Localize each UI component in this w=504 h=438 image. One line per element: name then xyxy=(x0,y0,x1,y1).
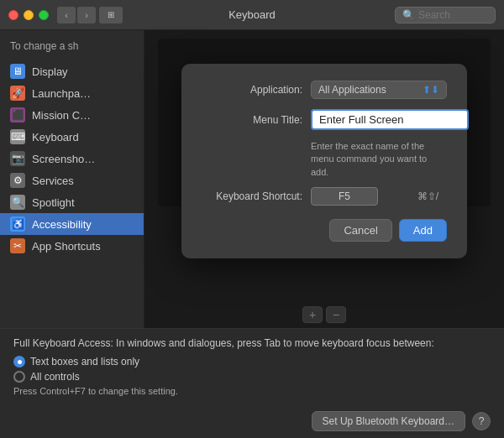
add-shortcut-modal: Application: All Applications ⬆⬇ Menu Ti… xyxy=(181,64,467,258)
services-icon: ⚙ xyxy=(10,173,25,188)
sidebar-item-accessibility[interactable]: ♿ Accessibility xyxy=(0,213,144,235)
sidebar-label-spotlight: Spotlight xyxy=(32,196,75,209)
help-button[interactable]: ? xyxy=(472,412,491,430)
sidebar-label-mission: Mission C… xyxy=(32,109,91,122)
spotlight-icon: 🔍 xyxy=(10,195,25,210)
appshortcuts-icon: ✂ xyxy=(10,238,25,253)
search-bar[interactable]: 🔍 xyxy=(395,7,496,23)
keyboard-shortcut-row: Keyboard Shortcut: ⌘⇧/ xyxy=(202,187,447,206)
cancel-button[interactable]: Cancel xyxy=(329,219,391,242)
sidebar-item-spotlight[interactable]: 🔍 Spotlight xyxy=(0,191,144,213)
keyboard-shortcut-label: Keyboard Shortcut: xyxy=(202,190,302,202)
radio-all-controls[interactable]: All controls xyxy=(13,371,491,383)
titlebar: ‹ › ⊞ Keyboard 🔍 xyxy=(0,0,504,30)
radio-text-only-icon xyxy=(13,356,25,368)
launchpad-icon: 🚀 xyxy=(10,86,25,101)
menu-title-hint: Enter the exact name of the menu command… xyxy=(311,140,447,179)
radio-all-controls-label: All controls xyxy=(30,371,80,383)
grid-button[interactable]: ⊞ xyxy=(99,7,123,23)
sidebar-item-launchpad[interactable]: 🚀 Launchpa… xyxy=(0,82,144,104)
application-value: All Applications xyxy=(318,84,386,96)
forward-button[interactable]: › xyxy=(77,7,96,23)
add-button[interactable]: Add xyxy=(399,219,447,242)
maximize-button[interactable] xyxy=(39,10,49,20)
sidebar-label-accessibility: Accessibility xyxy=(32,218,92,231)
close-button[interactable] xyxy=(8,10,18,20)
application-select[interactable]: All Applications ⬆⬇ xyxy=(311,81,447,99)
keyboard-icon: ⌨ xyxy=(10,129,25,144)
modal-buttons: Cancel Add xyxy=(202,219,447,242)
sidebar-item-mission[interactable]: ⬛ Mission C… xyxy=(0,104,144,126)
sidebar-item-keyboard[interactable]: ⌨ Keyboard xyxy=(0,126,144,148)
sidebar-label-services: Services xyxy=(32,175,74,187)
bottom-section: Full Keyboard Access: In windows and dia… xyxy=(0,328,504,404)
traffic-lights xyxy=(8,10,49,20)
sidebar-label-launchpad: Launchpa… xyxy=(32,87,91,100)
sidebar-item-display[interactable]: 🖥 Display xyxy=(0,60,144,82)
back-button[interactable]: ‹ xyxy=(57,7,76,23)
full-keyboard-label: Full Keyboard Access: In windows and dia… xyxy=(13,337,491,349)
content-area: To change a sh 🖥 Display 🚀 Launchpa… ⬛ M… xyxy=(0,30,504,328)
radio-text-only-label: Text boxes and lists only xyxy=(30,356,139,368)
sidebar-hint: To change a sh xyxy=(0,40,144,60)
application-row: Application: All Applications ⬆⬇ xyxy=(202,81,447,99)
display-icon: 🖥 xyxy=(10,64,25,79)
window-title: Keyboard xyxy=(228,8,276,21)
radio-all-controls-icon xyxy=(13,371,25,383)
sidebar-label-screenshot: Screensho… xyxy=(32,153,95,165)
radio-text-only[interactable]: Text boxes and lists only xyxy=(13,356,491,368)
sidebar-label-appshortcuts: App Shortcuts xyxy=(32,240,101,253)
sidebar-label-keyboard: Keyboard xyxy=(32,131,79,143)
search-input[interactable] xyxy=(418,9,494,21)
shortcut-symbol: ⌘⇧/ xyxy=(417,190,438,202)
menu-title-label: Menu Title: xyxy=(202,114,302,126)
menu-title-input[interactable] xyxy=(311,109,469,130)
sidebar-item-appshortcuts[interactable]: ✂ App Shortcuts xyxy=(0,235,144,257)
main-content: To change a sh 🖥 Display 🚀 Launchpa… ⬛ M… xyxy=(0,30,504,438)
search-icon: 🔍 xyxy=(402,9,415,21)
footer: Set Up Bluetooth Keyboard… ? xyxy=(0,404,504,438)
menu-title-row: Menu Title: xyxy=(202,109,447,130)
bluetooth-button[interactable]: Set Up Bluetooth Keyboard… xyxy=(312,411,465,431)
mission-icon: ⬛ xyxy=(10,107,25,123)
accessibility-icon: ♿ xyxy=(10,216,25,232)
screenshot-icon: 📷 xyxy=(10,151,25,166)
nav-arrows: ‹ › xyxy=(57,7,96,23)
shortcut-input[interactable] xyxy=(311,187,378,206)
sidebar-item-services[interactable]: ⚙ Services xyxy=(0,169,144,191)
minimize-button[interactable] xyxy=(24,10,34,20)
sidebar: To change a sh 🖥 Display 🚀 Launchpa… ⬛ M… xyxy=(0,30,144,328)
sidebar-item-screenshot[interactable]: 📷 Screensho… xyxy=(0,148,144,169)
sidebar-label-display: Display xyxy=(32,65,68,78)
right-panel: + − Application: All Applications ⬆⬇ Men… xyxy=(144,30,504,328)
control-hint: Press Control+F7 to change this setting. xyxy=(13,386,491,396)
application-label: Application: xyxy=(202,84,302,96)
select-arrow-icon: ⬆⬇ xyxy=(423,84,439,96)
modal-overlay: Application: All Applications ⬆⬇ Menu Ti… xyxy=(144,30,504,328)
